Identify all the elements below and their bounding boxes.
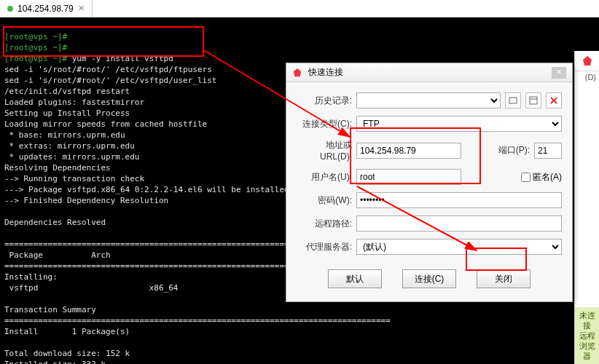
- svg-rect-2: [509, 98, 517, 103]
- port-input[interactable]: [534, 143, 562, 159]
- line: Setting up Install Process: [4, 108, 130, 118]
- tab-terminal[interactable]: 104.254.98.79 ✕: [0, 0, 93, 17]
- prompt: [root@vps ~]#: [4, 43, 67, 52]
- history-delete-icon[interactable]: [546, 92, 562, 108]
- app-logo-icon: [292, 68, 302, 78]
- prompt: [root@vps ~]#: [4, 54, 67, 63]
- port-label: 端口(P):: [493, 144, 530, 157]
- line: /etc/init.d/vsftpd restart: [4, 87, 130, 96]
- line: ========================================…: [4, 316, 391, 325]
- default-button[interactable]: 默认: [328, 269, 382, 288]
- remote-path-label: 远程路径:: [297, 218, 352, 230]
- side-label-d: (D): [585, 73, 596, 82]
- line: sed -i 's/root/#root/' /etc/vsftpd/ftpus…: [4, 65, 212, 74]
- proxy-label: 代理服务器:: [297, 241, 352, 253]
- side-status: 未连接 远程浏览器: [575, 307, 599, 364]
- status-line2: 远程浏览器: [576, 331, 598, 361]
- line: ---> Package vsftpd.x86_64 0:2.2.2-14.el…: [4, 185, 289, 194]
- line: Loading mirror speeds from cached hostfi…: [4, 119, 207, 129]
- dialog-title: 快速连接: [308, 66, 552, 79]
- line: * updates: mirrors.uprm.edu: [4, 152, 139, 162]
- line: Installing:: [4, 272, 58, 282]
- address-label: 地址或 URL(D):: [297, 139, 352, 162]
- connect-button[interactable]: 连接(C): [402, 269, 456, 288]
- password-label: 密码(W):: [297, 194, 352, 207]
- line: Transaction Summary: [4, 305, 96, 314]
- tab-bar: 104.254.98.79 ✕: [0, 0, 599, 17]
- history-select[interactable]: [356, 92, 501, 108]
- line: Loaded plugins: fastestmirror: [4, 98, 144, 107]
- dialog-close-button[interactable]: ×: [552, 67, 566, 79]
- username-input[interactable]: [356, 169, 461, 185]
- anonymous-checkbox-wrapper[interactable]: 匿名(A): [521, 171, 562, 183]
- connection-type-select[interactable]: FTP: [356, 116, 562, 132]
- history-label: 历史记录:: [297, 95, 352, 107]
- tab-close-icon[interactable]: ✕: [78, 4, 85, 13]
- line: Package Arch: [4, 250, 111, 260]
- line: Total download size: 152 k: [4, 349, 130, 358]
- history-icon-2[interactable]: [525, 92, 541, 108]
- address-input[interactable]: [356, 143, 461, 159]
- line: Resolving Dependencies: [4, 163, 111, 173]
- prompt: [root@vps ~]#: [4, 32, 67, 41]
- side-panel: (D) 未连接 远程浏览器: [574, 51, 599, 364]
- username-label: 用户名(U):: [297, 171, 352, 183]
- line: vsftpd x86_64: [4, 283, 178, 293]
- line: sed -i 's/root/#root/' /etc/vsftpd/user_…: [4, 76, 216, 85]
- status-line1: 未连接: [576, 310, 598, 331]
- type-label: 连接类型(C):: [297, 118, 352, 130]
- line: Installed size: 332 k: [4, 360, 106, 364]
- anonymous-checkbox[interactable]: [521, 173, 531, 182]
- dialog-body: 历史记录: 连接类型(C): FTP 地址或 URL(D): 端口(P): 用户…: [286, 82, 572, 301]
- close-button[interactable]: 关闭: [477, 269, 531, 288]
- anonymous-label: 匿名(A): [533, 171, 562, 183]
- cmd: yum -y install vsftpd: [72, 54, 173, 63]
- password-input[interactable]: [356, 192, 562, 208]
- line: --> Running transaction check: [4, 174, 144, 183]
- tab-label: 104.254.98.79: [17, 4, 74, 14]
- connected-dot-icon: [7, 6, 13, 12]
- remote-path-input[interactable]: [356, 215, 562, 232]
- svg-rect-3: [530, 97, 537, 104]
- side-logo-icon[interactable]: [575, 51, 599, 71]
- line: Install 1 Package(s): [4, 327, 130, 336]
- history-icon-1[interactable]: [505, 92, 521, 108]
- line: --> Finished Dependency Resolution: [4, 196, 168, 205]
- line: Dependencies Resolved: [4, 218, 106, 227]
- quick-connect-dialog: 快速连接 × 历史记录: 连接类型(C): FTP 地址或 URL(D): 端口…: [286, 63, 573, 302]
- line: * base: mirrors.uprm.edu: [4, 130, 125, 140]
- proxy-select[interactable]: (默认): [356, 239, 562, 255]
- line: * extras: mirrors.uprm.edu: [4, 141, 135, 151]
- dialog-titlebar[interactable]: 快速连接 ×: [286, 63, 572, 82]
